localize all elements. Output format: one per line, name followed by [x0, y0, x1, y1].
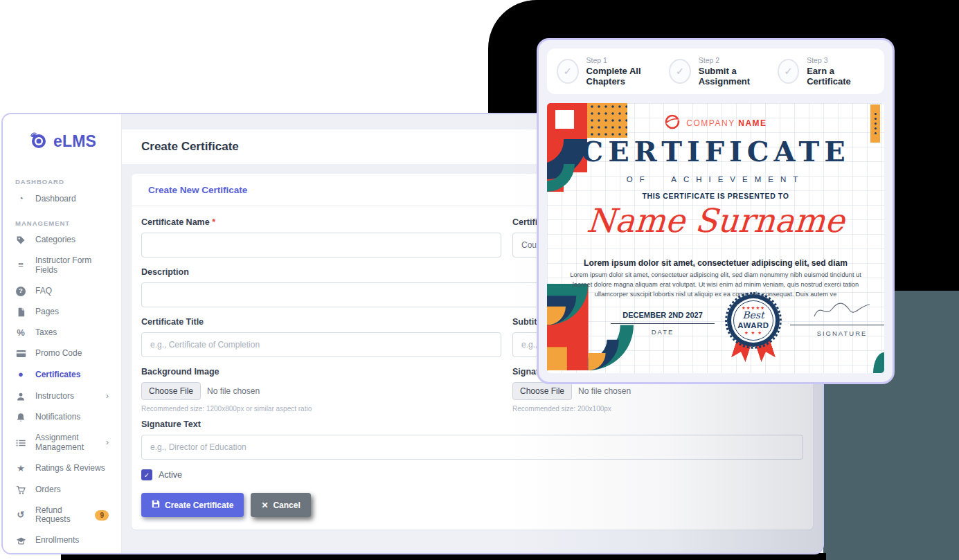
signature-image-choose-file-button[interactable]: Choose File [512, 382, 572, 400]
sidebar-item-dashboard[interactable]: ◔ Dashboard [3, 188, 121, 210]
sidebar-section-management: MANAGEMENT [15, 219, 109, 227]
step-3: ✓ Step 3 Earn a Certificate [778, 56, 870, 87]
certificate-corner-decoration-bottom-right [873, 352, 884, 373]
step-2: ✓ Step 2 Submit a Assignment [669, 56, 778, 87]
sidebar-item-notifications[interactable]: Notifications [3, 407, 121, 428]
medal-icon: ● [15, 370, 26, 380]
sidebar-item-promo-code[interactable]: Promo Code [3, 343, 121, 364]
sidebar-item-orders[interactable]: Orders [3, 480, 121, 500]
sidebar-item-taxes[interactable]: % Taxes [3, 323, 121, 344]
star-icon: ★ [15, 464, 26, 474]
signature-image-file-status: No file chosen [578, 386, 631, 396]
active-label: Active [159, 470, 182, 480]
certificate-name-label: Certificate Name * [141, 217, 501, 227]
check-circle-icon: ✓ [778, 59, 799, 84]
certificate-date-value: DECEMBER 2ND 2027 [611, 311, 715, 324]
step-1: ✓ Step 1 Complete All Chapters [557, 56, 669, 87]
sidebar-item-certificates[interactable]: ● Certificates [3, 364, 121, 386]
sidebar-item-assignment-management[interactable]: Assignment Management › [3, 428, 121, 458]
signature-text-input[interactable] [141, 435, 803, 460]
certificate-lorem-body: Lorem ipsum dolor sit amet, consectetuer… [547, 271, 884, 300]
certificate-award-badge: ★★★★★ Best AWARD ★ ★ ★ [724, 294, 784, 366]
background-image-label: Background Image [141, 367, 501, 377]
close-icon: ✕ [261, 500, 268, 510]
certificate-company-logo: COMPANY NAME [547, 114, 884, 133]
sidebar-item-refund-requests[interactable]: ↺ Refund Requests 9 [3, 500, 121, 531]
sidebar-item-ratings-reviews[interactable]: ★ Ratings & Reviews [3, 458, 121, 480]
certificate-signature-label: SIGNATURE [790, 329, 884, 337]
certificate-date-block: DECEMBER 2ND 2027 DATE [611, 311, 715, 336]
sliders-icon: ≡ [15, 260, 26, 271]
create-certificate-button[interactable]: Create Certificate [141, 493, 244, 517]
background-image-file-status: No file chosen [207, 386, 260, 396]
sidebar-item-enrollments[interactable]: Enrollments [3, 530, 121, 551]
certificate-lorem-heading: Lorem ipsum dolor sit amet, consectetuer… [547, 258, 884, 268]
cart-icon [15, 485, 26, 495]
company-logo-icon [664, 114, 681, 133]
undo-icon: ↺ [15, 510, 26, 521]
background-image-choose-file-button[interactable]: Choose File [141, 382, 201, 400]
active-checkbox[interactable]: ✓ [141, 469, 152, 480]
refund-count-badge: 9 [95, 510, 109, 521]
check-circle-icon: ✓ [669, 59, 691, 84]
signature-scribble [790, 300, 884, 325]
certificate-title: CERTIFICATE [547, 135, 884, 168]
certificate-name-input[interactable] [141, 233, 501, 258]
person-icon [15, 392, 26, 401]
sidebar-item-instructor-form-fields[interactable]: ≡ Instructor Form Fields [3, 251, 121, 281]
bell-icon [15, 413, 26, 422]
save-icon [152, 500, 160, 510]
gauge-icon: ◔ [15, 194, 26, 204]
certificate-preview-panel: ✓ Step 1 Complete All Chapters ✓ Step 2 … [537, 38, 895, 384]
steps-bar: ✓ Step 1 Complete All Chapters ✓ Step 2 … [547, 48, 884, 94]
sidebar-section-dashboard: DASHBOARD [15, 178, 109, 186]
sidebar-item-faq[interactable]: ? FAQ [3, 281, 121, 302]
app-logo[interactable]: eLMS [3, 114, 121, 168]
signature-image-hint: Recommended size: 200x100px [512, 405, 803, 413]
sidebar: eLMS DASHBOARD ◔ Dashboard MANAGEMENT Ca… [3, 114, 122, 553]
app-logo-text: eLMS [53, 132, 96, 151]
elms-logo-icon [28, 129, 48, 153]
certificate-recipient-name: Name Surname [547, 201, 884, 240]
certificate-presented-line: THIS CERTIFICATE IS PRESENTED TO [547, 192, 884, 200]
sidebar-item-pages[interactable]: Pages [3, 302, 121, 323]
chevron-right-icon: › [106, 437, 109, 448]
certificate-preview: COMPANY NAME CERTIFICATE OF ACHIEVEMENT … [547, 103, 884, 373]
required-asterisk: * [212, 217, 215, 227]
badge-seal: ★★★★★ Best AWARD ★ ★ ★ [727, 294, 780, 347]
sidebar-item-instructors[interactable]: Instructors › [3, 386, 121, 407]
question-icon: ? [15, 287, 26, 296]
page-title: Create Certificate [141, 140, 239, 154]
certificate-title-label: Certificate Title [141, 317, 501, 327]
card-title: Create New Certificate [148, 185, 247, 195]
percent-icon: % [15, 328, 26, 338]
certificate-title-input[interactable] [141, 332, 501, 357]
certificate-date-label: DATE [611, 328, 715, 336]
graduation-cap-icon [15, 536, 26, 545]
sidebar-item-categories[interactable]: Categories [3, 230, 121, 251]
tag-icon [15, 235, 26, 245]
certificate-subtitle: OF ACHIEVEMENT [547, 175, 884, 183]
certificate-signature-block: SIGNATURE [790, 300, 884, 337]
list-icon [15, 439, 26, 447]
cancel-button[interactable]: ✕ Cancel [251, 493, 310, 517]
chevron-right-icon: › [106, 391, 109, 401]
signature-text-label: Signature Text [141, 419, 803, 429]
background-image-hint: Recommended size: 1200x800px or similar … [141, 405, 501, 413]
file-icon [15, 307, 26, 317]
card-icon [15, 350, 26, 358]
check-circle-icon: ✓ [557, 59, 579, 84]
